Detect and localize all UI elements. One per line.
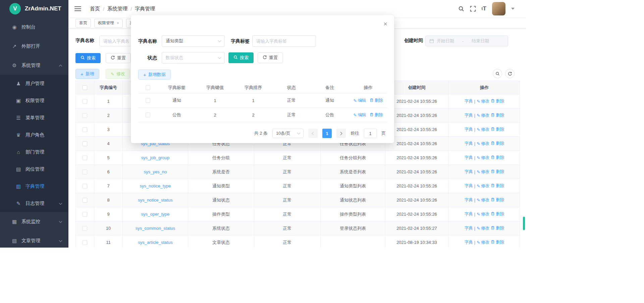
sidebar-item-permission[interactable]: ▣权限管理 (0, 92, 68, 109)
row-checkbox[interactable] (146, 113, 150, 117)
close-icon[interactable]: × (383, 20, 387, 27)
goto-page-input[interactable] (364, 129, 377, 138)
row-action-edit[interactable]: ✎修改 (477, 127, 489, 132)
row-action-delete[interactable]: 删除 (491, 141, 504, 146)
created-date-range-picker[interactable]: 开始日期 - 结束日期 (425, 36, 508, 46)
dialog-dict-label-input[interactable] (252, 35, 316, 47)
sidebar-item-department[interactable]: ⌂部门管理 (0, 143, 68, 161)
next-page-button[interactable] (336, 129, 346, 138)
row-action-dict[interactable]: 字典 (465, 155, 473, 161)
row-action-delete[interactable]: 删除 (491, 183, 504, 189)
row-action-dict[interactable]: 字典 (465, 183, 473, 189)
row-checkbox[interactable] (83, 141, 87, 146)
dict-type-link[interactable]: sys_yes_no (144, 169, 167, 174)
dialog-dict-name-select[interactable]: 通知类型 (162, 35, 225, 47)
row-checkbox[interactable] (83, 198, 87, 203)
row-action-edit[interactable]: ✎修改 (477, 155, 489, 161)
row-action-dict[interactable]: 字典 (465, 169, 473, 175)
row-action-edit[interactable]: ✎编辑 (353, 98, 366, 103)
dialog-search-button[interactable]: 搜索 (228, 52, 254, 63)
row-action-dict[interactable]: 字典 (465, 240, 473, 245)
row-checkbox[interactable] (83, 170, 87, 174)
sidebar-item-dashboard[interactable]: ◉控制台 (0, 17, 68, 37)
row-action-edit[interactable]: ✎修改 (477, 225, 489, 231)
dialog-reset-button[interactable]: 重置 (258, 52, 283, 63)
row-action-dict[interactable]: 字典 (465, 225, 473, 231)
row-checkbox[interactable] (83, 127, 87, 132)
sidebar-toggle-icon[interactable] (74, 6, 81, 11)
row-action-delete[interactable]: 删除 (491, 127, 504, 132)
dict-type-link[interactable]: sys_article_status (138, 240, 172, 245)
tab-首页[interactable]: 首页 (75, 19, 91, 28)
avatar[interactable] (492, 2, 505, 15)
brand[interactable]: V ZrAdmin.NET (0, 0, 68, 17)
row-action-delete[interactable]: 删除 (491, 197, 504, 203)
row-action-edit[interactable]: ✎修改 (477, 197, 489, 203)
row-checkbox[interactable] (146, 98, 150, 103)
row-action-edit[interactable]: ✎修改 (477, 141, 489, 146)
sidebar-item-user-role[interactable]: ♛用户角色 (0, 126, 68, 143)
prev-page-button[interactable] (308, 129, 318, 138)
row-action-edit[interactable]: ✎修改 (477, 98, 489, 104)
dict-type-link[interactable]: sys_oper_type (141, 212, 170, 217)
row-action-dict[interactable]: 字典 (465, 141, 473, 146)
breadcrumb-item[interactable]: 首页 (90, 6, 100, 12)
breadcrumb-item[interactable]: 字典管理 (135, 6, 155, 12)
row-action-delete[interactable]: 删除 (491, 169, 504, 175)
row-checkbox[interactable] (83, 184, 87, 188)
tab-权限管理[interactable]: 权限管理× (94, 19, 123, 28)
row-action-delete[interactable]: 删除 (370, 112, 383, 118)
close-tab-icon[interactable]: × (117, 21, 119, 25)
row-checkbox[interactable] (83, 99, 87, 104)
select-all-checkbox[interactable] (146, 85, 150, 90)
breadcrumb-item[interactable]: 系统管理 (107, 6, 127, 12)
dict-type-link[interactable]: sys_notice_type (140, 183, 171, 188)
row-action-edit[interactable]: ✎修改 (477, 211, 489, 217)
scrollbar-thumb[interactable] (523, 217, 525, 230)
row-action-delete[interactable]: 删除 (491, 211, 504, 217)
row-checkbox[interactable] (83, 226, 87, 231)
row-checkbox[interactable] (83, 156, 87, 160)
row-action-edit[interactable]: ✎修改 (477, 169, 489, 175)
reset-button[interactable]: 重置 (106, 53, 131, 63)
page-size-select[interactable]: 10条/页 (272, 129, 304, 138)
caret-down-icon[interactable] (511, 8, 515, 10)
search-button[interactable]: 搜索 (75, 53, 101, 63)
row-action-delete[interactable]: 删除 (491, 98, 504, 104)
sidebar-item-post[interactable]: ▤岗位管理 (0, 161, 68, 178)
row-action-edit[interactable]: ✎修改 (477, 113, 489, 118)
row-action-delete[interactable]: 删除 (491, 113, 504, 118)
sidebar-item-user[interactable]: ♟用户管理 (0, 75, 68, 92)
font-size-icon[interactable]: tT (482, 5, 486, 12)
sidebar-item-gear[interactable]: ⚙系统管理 (0, 56, 68, 75)
row-action-delete[interactable]: 删除 (491, 240, 504, 245)
dialog-add-data-button[interactable]: + 新增数据 (138, 70, 171, 80)
current-page-button[interactable]: 1 (322, 129, 332, 138)
dialog-status-select[interactable]: 数据状态 (162, 52, 225, 63)
search-icon[interactable] (458, 6, 464, 12)
dict-type-link[interactable]: sys_notice_status (138, 198, 172, 203)
row-checkbox[interactable] (83, 113, 87, 118)
row-action-delete[interactable]: 删除 (370, 98, 383, 103)
fullscreen-icon[interactable] (470, 6, 476, 12)
sidebar-item-external-link[interactable]: ↗外部打开 (0, 37, 68, 56)
edit-button[interactable]: ✎ 修改 (106, 69, 130, 79)
select-all-checkbox[interactable] (83, 85, 87, 90)
row-checkbox[interactable] (83, 240, 87, 245)
table-refresh-button[interactable] (505, 69, 515, 78)
row-action-dict[interactable]: 字典 (465, 113, 473, 118)
add-button[interactable]: + 新增 (75, 69, 99, 79)
row-checkbox[interactable] (83, 212, 87, 217)
sidebar-item-article[interactable]: ▧文章管理 (0, 231, 68, 248)
row-action-edit[interactable]: ✎编辑 (353, 112, 366, 118)
row-action-delete[interactable]: 删除 (491, 155, 504, 161)
sidebar-item-monitor[interactable]: ▦系统监控 (0, 212, 68, 231)
row-action-edit[interactable]: ✎修改 (477, 240, 489, 245)
table-search-button[interactable] (493, 69, 502, 78)
row-action-edit[interactable]: ✎修改 (477, 183, 489, 189)
sidebar-item-menu-list[interactable]: ☰菜单管理 (0, 109, 68, 126)
row-action-dict[interactable]: 字典 (465, 211, 473, 217)
dict-type-link[interactable]: sys_job_group (141, 155, 170, 160)
row-action-delete[interactable]: 删除 (491, 225, 504, 231)
sidebar-item-dictionary[interactable]: ▥字典管理 (0, 178, 68, 195)
